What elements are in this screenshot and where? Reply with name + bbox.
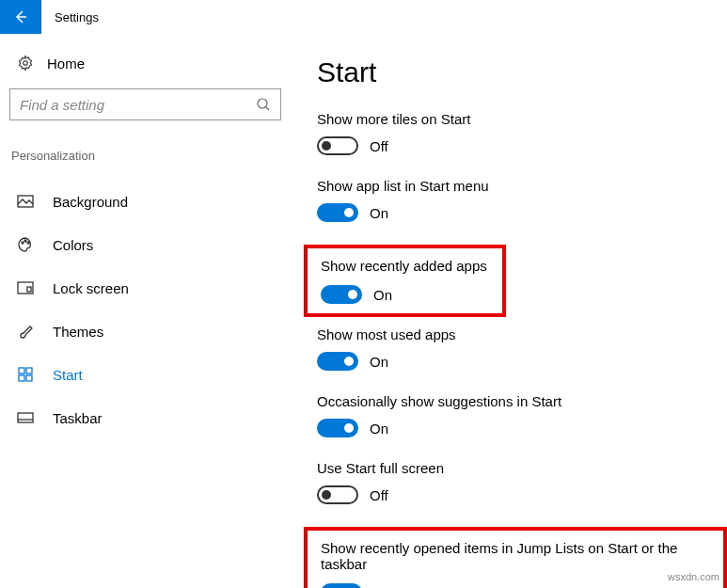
toggle-state: On [373,585,392,589]
sidebar-item-taskbar[interactable]: Taskbar [9,396,281,439]
toggle-state: On [370,421,388,437]
svg-point-1 [24,61,28,66]
search-icon [256,97,271,112]
home-label: Home [36,56,85,72]
sidebar-item-label: Taskbar [36,410,103,426]
svg-rect-14 [18,413,33,422]
svg-rect-12 [19,375,24,381]
toggle-more-tiles[interactable] [317,136,358,155]
svg-point-2 [258,99,267,108]
app-title: Settings [41,10,99,24]
gear-icon [15,55,36,72]
toggle-full-screen[interactable] [317,485,358,504]
back-button[interactable] [0,0,41,34]
watermark: wsxdn.com [668,571,719,582]
toggle-state: Off [370,487,388,503]
setting-label: Show most used apps [317,326,727,342]
sidebar-item-label: Colors [36,237,93,253]
sidebar-item-themes[interactable]: Themes [9,310,281,353]
setting-label: Use Start full screen [317,460,727,476]
section-title: Personalization [9,149,281,163]
svg-rect-13 [26,375,32,381]
setting-full-screen: Use Start full screen Off [317,460,727,504]
svg-rect-11 [26,368,32,373]
svg-rect-9 [27,287,31,292]
sidebar-item-background[interactable]: Background [9,180,281,223]
svg-rect-10 [19,368,24,373]
toggle-most-used[interactable] [317,352,358,371]
page-title: Start [317,56,727,88]
setting-label: Show recently opened items in Jump Lists… [321,540,714,572]
setting-label: Show more tiles on Start [317,111,727,127]
sidebar: Home Personalization Background [0,34,291,588]
sidebar-item-lockscreen[interactable]: Lock screen [9,266,281,310]
picture-icon [15,195,36,208]
svg-point-5 [22,242,24,244]
setting-recently-added: Show recently added apps On [321,258,493,304]
sidebar-item-label: Themes [36,324,103,340]
brush-icon [15,323,36,340]
toggle-state: On [373,287,392,303]
setting-jump-lists: Show recently opened items in Jump Lists… [321,540,714,588]
sidebar-item-label: Start [36,367,83,383]
setting-app-list: Show app list in Start menu On [317,178,727,222]
svg-line-3 [266,107,269,110]
taskbar-icon [15,412,36,423]
toggle-jump-lists[interactable] [321,583,362,588]
setting-more-tiles: Show more tiles on Start Off [317,111,727,155]
search-input[interactable] [20,97,256,113]
home-button[interactable]: Home [9,43,281,88]
palette-icon [15,236,36,253]
toggle-suggestions[interactable] [317,419,358,437]
sidebar-item-label: Lock screen [36,280,129,296]
start-icon [15,367,36,382]
sidebar-item-colors[interactable]: Colors [9,223,281,266]
lockscreen-icon [15,281,36,294]
highlight-recently-added: Show recently added apps On [304,245,506,317]
setting-label: Show recently added apps [321,258,493,274]
toggle-recently-added[interactable] [321,285,362,304]
svg-point-7 [27,242,29,244]
toggle-state: On [370,205,388,221]
sidebar-item-label: Background [36,194,128,210]
search-box[interactable] [9,88,281,120]
toggle-state: Off [370,138,388,154]
back-arrow-icon [13,9,28,24]
setting-label: Show app list in Start menu [317,178,727,194]
setting-most-used: Show most used apps On [317,326,727,371]
setting-suggestions: Occasionally show suggestions in Start O… [317,393,727,437]
highlight-jump-lists: Show recently opened items in Jump Lists… [304,527,727,588]
sidebar-item-start[interactable]: Start [9,353,281,396]
setting-label: Occasionally show suggestions in Start [317,393,727,409]
toggle-state: On [370,354,388,370]
title-bar: Settings [0,0,727,34]
main-panel: Start Show more tiles on Start Off Show … [291,34,727,588]
toggle-app-list[interactable] [317,203,358,222]
svg-point-6 [24,240,26,242]
